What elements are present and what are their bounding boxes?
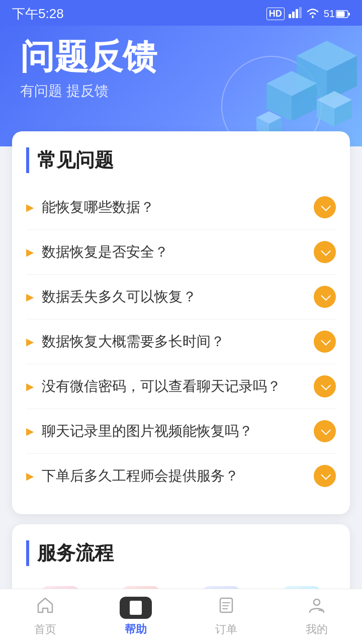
faq-expand-icon[interactable] [314, 420, 336, 442]
nav-icon-mine [308, 596, 326, 619]
faq-play-icon: ▶ [26, 201, 34, 213]
faq-item-text: 能恢复哪些数据？ [42, 197, 154, 217]
nav-item-mine[interactable]: 我的 [272, 589, 362, 644]
faq-item-left: ▶ 数据恢复是否安全？ [26, 242, 314, 262]
svg-rect-41 [132, 610, 137, 611]
faq-item-text: 没有微信密码，可以查看聊天记录吗？ [42, 376, 281, 396]
faq-item[interactable]: ▶ 没有微信密码，可以查看聊天记录吗？ [26, 364, 336, 409]
faq-play-icon: ▶ [26, 246, 34, 258]
faq-expand-icon[interactable] [314, 465, 336, 487]
bottom-nav: 首页 帮助 订单 我的 [0, 589, 362, 644]
wifi-icon [306, 7, 320, 21]
faq-expand-icon[interactable] [314, 241, 336, 263]
faq-expand-icon[interactable] [314, 196, 336, 218]
svg-rect-2 [296, 9, 298, 18]
nav-item-help[interactable]: 帮助 [90, 589, 181, 644]
hero-section: 问题反馈 有问题 提反馈 [0, 26, 362, 146]
svg-rect-3 [299, 7, 302, 18]
faq-play-icon: ▶ [26, 425, 34, 437]
faq-item-left: ▶ 没有微信密码，可以查看聊天记录吗？ [26, 376, 314, 396]
faq-item[interactable]: ▶ 能恢复哪些数据？ [26, 185, 336, 230]
faq-item-left: ▶ 数据恢复大概需要多长时间？ [26, 332, 314, 351]
hero-title: 问题反馈 [20, 38, 342, 75]
faq-play-icon: ▶ [26, 336, 34, 348]
svg-rect-1 [292, 12, 295, 18]
status-icons: HD 51 [266, 7, 350, 21]
faq-item[interactable]: ▶ 数据恢复大概需要多长时间？ [26, 319, 336, 364]
svg-rect-40 [132, 607, 136, 608]
nav-icon-home [36, 596, 54, 619]
faq-item-text: 聊天记录里的图片视频能恢复吗？ [42, 421, 253, 441]
faq-card: 常见问题 ▶ 能恢复哪些数据？ ▶ 数据恢复是否安全？ ▶ 数据丢失多久可以恢复… [12, 131, 350, 514]
faq-item-text: 下单后多久工程师会提供服务？ [42, 466, 239, 486]
faq-item-left: ▶ 聊天记录里的图片视频能恢复吗？ [26, 421, 314, 441]
battery-icon: 51 [324, 8, 350, 20]
faq-expand-icon[interactable] [314, 286, 336, 308]
main-content: 常见问题 ▶ 能恢复哪些数据？ ▶ 数据恢复是否安全？ ▶ 数据丢失多久可以恢复… [0, 131, 362, 644]
faq-item[interactable]: ▶ 数据丢失多久可以恢复？ [26, 275, 336, 319]
faq-list: ▶ 能恢复哪些数据？ ▶ 数据恢复是否安全？ ▶ 数据丢失多久可以恢复？ ▶ 数… [26, 185, 336, 498]
faq-item-left: ▶ 能恢复哪些数据？ [26, 197, 314, 217]
nav-active-bg [120, 597, 152, 619]
svg-rect-0 [289, 14, 291, 18]
svg-rect-6 [348, 13, 350, 16]
faq-expand-icon[interactable] [314, 331, 336, 353]
nav-item-home[interactable]: 首页 [0, 589, 90, 644]
signal-icon [289, 7, 302, 21]
nav-label-orders: 订单 [215, 622, 237, 637]
hd-badge: HD [266, 8, 285, 20]
faq-item-left: ▶ 下单后多久工程师会提供服务？ [26, 466, 314, 486]
svg-rect-5 [337, 11, 345, 17]
faq-item[interactable]: ▶ 数据恢复是否安全？ [26, 230, 336, 275]
svg-rect-39 [132, 604, 138, 605]
faq-item[interactable]: ▶ 聊天记录里的图片视频能恢复吗？ [26, 409, 336, 454]
faq-play-icon: ▶ [26, 291, 34, 303]
faq-item[interactable]: ▶ 下单后多久工程师会提供服务？ [26, 454, 336, 498]
hero-subtitle: 有问题 提反馈 [20, 82, 342, 101]
svg-point-46 [314, 599, 320, 605]
faq-item-text: 数据恢复是否安全？ [42, 242, 168, 262]
service-flow-title: 服务流程 [26, 540, 336, 566]
svg-rect-38 [130, 601, 142, 615]
faq-play-icon: ▶ [26, 470, 34, 482]
nav-label-mine: 我的 [306, 622, 328, 637]
nav-label-home: 首页 [34, 622, 56, 637]
faq-title: 常见问题 [26, 147, 336, 173]
nav-label-help: 帮助 [125, 622, 147, 637]
faq-play-icon: ▶ [26, 380, 34, 392]
faq-item-text: 数据丢失多久可以恢复？ [42, 287, 197, 306]
nav-icon-orders [217, 596, 235, 619]
status-time: 下午5:28 [12, 5, 64, 23]
status-bar: 下午5:28 HD 51 [0, 0, 362, 26]
faq-expand-icon[interactable] [314, 375, 336, 397]
nav-item-orders[interactable]: 订单 [181, 589, 272, 644]
faq-item-text: 数据恢复大概需要多长时间？ [42, 332, 225, 351]
faq-item-left: ▶ 数据丢失多久可以恢复？ [26, 287, 314, 306]
